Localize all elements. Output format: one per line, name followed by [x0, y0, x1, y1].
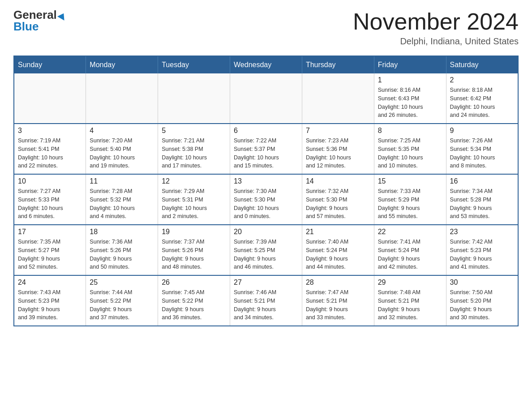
day-number: 20 — [234, 228, 298, 236]
day-info: Sunrise: 8:18 AM Sunset: 6:42 PM Dayligh… — [450, 86, 514, 120]
calendar-cell: 28Sunrise: 7:47 AM Sunset: 5:21 PM Dayli… — [302, 275, 374, 326]
day-info: Sunrise: 7:19 AM Sunset: 5:41 PM Dayligh… — [18, 137, 82, 170]
calendar-week-row: 1Sunrise: 8:16 AM Sunset: 6:43 PM Daylig… — [14, 73, 518, 124]
day-info: Sunrise: 7:47 AM Sunset: 5:21 PM Dayligh… — [306, 288, 370, 322]
day-number: 1 — [378, 76, 442, 84]
day-info: Sunrise: 7:35 AM Sunset: 5:27 PM Dayligh… — [18, 238, 82, 271]
calendar-cell — [86, 73, 158, 124]
calendar-week-row: 24Sunrise: 7:43 AM Sunset: 5:23 PM Dayli… — [14, 275, 518, 326]
day-number: 30 — [450, 278, 514, 287]
calendar-cell: 26Sunrise: 7:45 AM Sunset: 5:22 PM Dayli… — [158, 275, 230, 326]
calendar-cell: 20Sunrise: 7:39 AM Sunset: 5:25 PM Dayli… — [230, 225, 302, 275]
calendar-week-row: 10Sunrise: 7:27 AM Sunset: 5:33 PM Dayli… — [14, 174, 518, 225]
calendar-cell: 7Sunrise: 7:23 AM Sunset: 5:36 PM Daylig… — [302, 124, 374, 174]
calendar-cell: 16Sunrise: 7:34 AM Sunset: 5:28 PM Dayli… — [446, 174, 518, 225]
logo-blue: Blue — [13, 21, 39, 32]
day-number: 21 — [306, 228, 370, 236]
calendar-cell: 6Sunrise: 7:22 AM Sunset: 5:37 PM Daylig… — [230, 124, 302, 174]
day-info: Sunrise: 7:45 AM Sunset: 5:22 PM Dayligh… — [162, 288, 226, 322]
calendar-cell: 27Sunrise: 7:46 AM Sunset: 5:21 PM Dayli… — [230, 275, 302, 326]
calendar-cell — [230, 73, 302, 124]
calendar-cell: 12Sunrise: 7:29 AM Sunset: 5:31 PM Dayli… — [158, 174, 230, 225]
day-info: Sunrise: 7:29 AM Sunset: 5:31 PM Dayligh… — [162, 187, 226, 221]
calendar-cell: 15Sunrise: 7:33 AM Sunset: 5:29 PM Dayli… — [374, 174, 446, 225]
day-number: 29 — [378, 278, 442, 287]
day-number: 15 — [378, 177, 442, 185]
day-number: 27 — [234, 278, 298, 287]
calendar-week-row: 3Sunrise: 7:19 AM Sunset: 5:41 PM Daylig… — [14, 124, 518, 174]
day-number: 18 — [90, 228, 154, 236]
day-info: Sunrise: 7:48 AM Sunset: 5:21 PM Dayligh… — [378, 288, 442, 322]
weekday-header: Tuesday — [158, 56, 230, 73]
calendar-table: SundayMondayTuesdayWednesdayThursdayFrid… — [13, 56, 519, 326]
day-number: 22 — [378, 228, 442, 236]
calendar-cell: 29Sunrise: 7:48 AM Sunset: 5:21 PM Dayli… — [374, 275, 446, 326]
month-title: November 2024 — [353, 9, 519, 34]
calendar-cell: 22Sunrise: 7:41 AM Sunset: 5:24 PM Dayli… — [374, 225, 446, 275]
day-number: 7 — [306, 127, 370, 135]
day-info: Sunrise: 7:33 AM Sunset: 5:29 PM Dayligh… — [378, 187, 442, 221]
calendar-cell: 8Sunrise: 7:25 AM Sunset: 5:35 PM Daylig… — [374, 124, 446, 174]
day-number: 12 — [162, 177, 226, 185]
day-info: Sunrise: 7:20 AM Sunset: 5:40 PM Dayligh… — [90, 137, 154, 170]
calendar-cell: 11Sunrise: 7:28 AM Sunset: 5:32 PM Dayli… — [86, 174, 158, 225]
day-info: Sunrise: 7:39 AM Sunset: 5:25 PM Dayligh… — [234, 238, 298, 271]
day-number: 24 — [18, 278, 82, 287]
calendar-cell: 4Sunrise: 7:20 AM Sunset: 5:40 PM Daylig… — [86, 124, 158, 174]
day-number: 23 — [450, 228, 514, 236]
day-info: Sunrise: 7:40 AM Sunset: 5:24 PM Dayligh… — [306, 238, 370, 271]
calendar-cell: 3Sunrise: 7:19 AM Sunset: 5:41 PM Daylig… — [14, 124, 86, 174]
day-number: 16 — [450, 177, 514, 185]
weekday-header: Thursday — [302, 56, 374, 73]
weekday-header: Saturday — [446, 56, 518, 73]
calendar-cell — [14, 73, 86, 124]
day-info: Sunrise: 7:30 AM Sunset: 5:30 PM Dayligh… — [234, 187, 298, 221]
day-info: Sunrise: 7:21 AM Sunset: 5:38 PM Dayligh… — [162, 137, 226, 170]
calendar-cell: 25Sunrise: 7:44 AM Sunset: 5:22 PM Dayli… — [86, 275, 158, 326]
title-section: November 2024 Delphi, Indiana, United St… — [353, 9, 519, 47]
calendar-week-row: 17Sunrise: 7:35 AM Sunset: 5:27 PM Dayli… — [14, 225, 518, 275]
day-number: 14 — [306, 177, 370, 185]
calendar-cell: 18Sunrise: 7:36 AM Sunset: 5:26 PM Dayli… — [86, 225, 158, 275]
day-info: Sunrise: 7:36 AM Sunset: 5:26 PM Dayligh… — [90, 238, 154, 271]
day-number: 6 — [234, 127, 298, 135]
day-info: Sunrise: 7:46 AM Sunset: 5:21 PM Dayligh… — [234, 288, 298, 322]
calendar-cell: 19Sunrise: 7:37 AM Sunset: 5:26 PM Dayli… — [158, 225, 230, 275]
day-info: Sunrise: 7:32 AM Sunset: 5:30 PM Dayligh… — [306, 187, 370, 221]
day-info: Sunrise: 7:27 AM Sunset: 5:33 PM Dayligh… — [18, 187, 82, 221]
day-number: 4 — [90, 127, 154, 135]
day-number: 17 — [18, 228, 82, 236]
day-number: 26 — [162, 278, 226, 287]
day-info: Sunrise: 7:44 AM Sunset: 5:22 PM Dayligh… — [90, 288, 154, 322]
day-info: Sunrise: 7:41 AM Sunset: 5:24 PM Dayligh… — [378, 238, 442, 271]
day-number: 25 — [90, 278, 154, 287]
day-number: 8 — [378, 127, 442, 135]
calendar-cell: 30Sunrise: 7:50 AM Sunset: 5:20 PM Dayli… — [446, 275, 518, 326]
weekday-header: Friday — [374, 56, 446, 73]
day-number: 19 — [162, 228, 226, 236]
weekday-header: Monday — [86, 56, 158, 73]
logo-general: General — [13, 9, 66, 21]
day-info: Sunrise: 7:28 AM Sunset: 5:32 PM Dayligh… — [90, 187, 154, 221]
day-number: 9 — [450, 127, 514, 135]
calendar-cell: 14Sunrise: 7:32 AM Sunset: 5:30 PM Dayli… — [302, 174, 374, 225]
calendar-cell: 13Sunrise: 7:30 AM Sunset: 5:30 PM Dayli… — [230, 174, 302, 225]
calendar-cell: 2Sunrise: 8:18 AM Sunset: 6:42 PM Daylig… — [446, 73, 518, 124]
calendar-cell: 1Sunrise: 8:16 AM Sunset: 6:43 PM Daylig… — [374, 73, 446, 124]
calendar-cell: 17Sunrise: 7:35 AM Sunset: 5:27 PM Dayli… — [14, 225, 86, 275]
calendar-cell: 5Sunrise: 7:21 AM Sunset: 5:38 PM Daylig… — [158, 124, 230, 174]
page-header: General Blue November 2024 Delphi, India… — [13, 9, 519, 47]
calendar-cell: 21Sunrise: 7:40 AM Sunset: 5:24 PM Dayli… — [302, 225, 374, 275]
day-info: Sunrise: 7:26 AM Sunset: 5:34 PM Dayligh… — [450, 137, 514, 170]
weekday-header: Wednesday — [230, 56, 302, 73]
day-info: Sunrise: 7:43 AM Sunset: 5:23 PM Dayligh… — [18, 288, 82, 322]
day-number: 28 — [306, 278, 370, 287]
calendar-cell: 10Sunrise: 7:27 AM Sunset: 5:33 PM Dayli… — [14, 174, 86, 225]
calendar-header-row: SundayMondayTuesdayWednesdayThursdayFrid… — [14, 56, 518, 73]
day-number: 5 — [162, 127, 226, 135]
day-number: 2 — [450, 76, 514, 84]
day-number: 3 — [18, 127, 82, 135]
calendar-cell — [158, 73, 230, 124]
day-info: Sunrise: 7:34 AM Sunset: 5:28 PM Dayligh… — [450, 187, 514, 221]
location: Delphi, Indiana, United States — [353, 36, 519, 47]
